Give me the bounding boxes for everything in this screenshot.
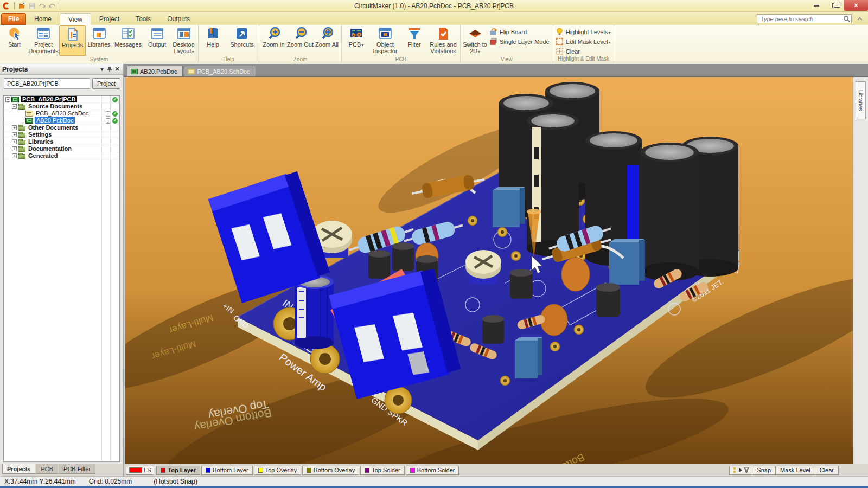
- tree-item-other-documents[interactable]: + Other Documents: [4, 124, 119, 131]
- zoom-out-button[interactable]: Zoom Out: [287, 25, 314, 56]
- project-documents-button[interactable]: Project Documents: [28, 25, 59, 56]
- tree-item-settings[interactable]: + Settings: [4, 131, 119, 138]
- tree-item-pcbdoc[interactable]: AB20.PcbDoc ✓: [4, 117, 119, 124]
- projects-button[interactable]: Projects: [59, 25, 86, 56]
- start-icon: [8, 27, 22, 41]
- search-input[interactable]: [761, 16, 843, 22]
- check-icon: ✓: [112, 111, 118, 117]
- doc-tab-pcbdoc[interactable]: AB20.PcbDoc: [127, 66, 183, 76]
- layer-set-tab[interactable]: LS: [126, 466, 154, 475]
- snap-mode: (Hotspot Snap): [154, 478, 197, 485]
- rules-violations-button[interactable]: Rules and Violations: [427, 25, 459, 56]
- layer-tab-bottom-overlay[interactable]: Bottom Overlay: [302, 466, 359, 475]
- group-label-help: Help: [200, 56, 258, 63]
- projects-icon: [66, 27, 80, 41]
- pcb-3d-viewport[interactable]: Multi-Layer Multi-Layer Top Overlay Bott…: [124, 77, 853, 464]
- panel-pin-icon[interactable]: [106, 66, 113, 73]
- layer-tab-top-overlay[interactable]: Top Overlay: [254, 466, 302, 475]
- project-name-field[interactable]: PCB_AB20.PrjPCB: [4, 78, 90, 89]
- panel-close-icon[interactable]: ✕: [113, 66, 121, 73]
- messages-button[interactable]: Messages: [112, 25, 144, 56]
- expand-icon[interactable]: −: [5, 97, 10, 102]
- pcb-button[interactable]: PCB: [343, 25, 369, 56]
- expand-icon[interactable]: −: [12, 104, 17, 109]
- page-icon: [106, 111, 110, 117]
- panel-tab-bar: Projects PCB PCB Filter: [0, 464, 124, 476]
- highlight-levels-button[interactable]: Highlight Levels: [556, 28, 611, 36]
- panel-tab-pcb[interactable]: PCB: [36, 464, 58, 474]
- flip-board-icon: [489, 28, 497, 36]
- tree-item-source-documents[interactable]: − Source Documents: [4, 103, 119, 110]
- expand-icon[interactable]: +: [12, 132, 17, 137]
- expand-icon[interactable]: +: [12, 153, 17, 158]
- zoom-all-icon: [320, 27, 334, 41]
- zoom-all-button[interactable]: Zoom All: [314, 25, 340, 56]
- clear-mask-button[interactable]: Clear: [556, 47, 611, 55]
- schematic-doc-icon: [25, 111, 33, 117]
- tab-project[interactable]: Project: [91, 13, 127, 25]
- pcb-doc-icon: [25, 118, 33, 124]
- folder-icon: [18, 126, 25, 131]
- single-layer-mode-button[interactable]: Single Layer Mode: [489, 37, 550, 46]
- flip-board-button[interactable]: Flip Board: [489, 28, 550, 36]
- desktop-layout-button[interactable]: Desktop Layout: [170, 25, 197, 56]
- window-controls: ×: [807, 0, 868, 12]
- libraries-button[interactable]: Libraries: [86, 25, 112, 56]
- collapse-ribbon-icon[interactable]: [856, 15, 864, 23]
- pcb-3d-scene: Multi-Layer Multi-Layer Top Overlay Bott…: [125, 77, 853, 464]
- expand-icon[interactable]: +: [12, 139, 17, 144]
- tab-home[interactable]: Home: [26, 13, 60, 25]
- output-button[interactable]: Output: [144, 25, 170, 56]
- shortcuts-button[interactable]: Shorcuts: [226, 25, 258, 56]
- highlight-levels-icon: [556, 28, 564, 36]
- tab-outputs[interactable]: Outputs: [159, 13, 198, 25]
- layer-tab-top-layer[interactable]: Top Layer: [156, 466, 200, 475]
- folder-icon: [18, 133, 25, 138]
- minimize-button[interactable]: [807, 0, 826, 11]
- help-button[interactable]: Help: [200, 25, 226, 56]
- tree-item-generated[interactable]: + Generated: [4, 152, 119, 159]
- check-icon: ✓: [112, 118, 118, 124]
- shortcuts-icon: [235, 27, 249, 41]
- project-dropdown-button[interactable]: Project: [92, 78, 120, 89]
- zoom-in-button[interactable]: Zoom In: [260, 25, 287, 56]
- tree-item-schdoc[interactable]: PCB_AB20.SchDoc ✓: [4, 110, 119, 117]
- tree-item-project-root[interactable]: − PCB_AB20.PrjPCB ✓: [4, 96, 119, 103]
- layer-tab-top-solder[interactable]: Top Solder: [360, 466, 405, 475]
- restore-button[interactable]: [826, 0, 844, 11]
- mask-level-button[interactable]: Mask Level: [776, 466, 815, 475]
- tree-item-documentation[interactable]: + Documentation: [4, 145, 119, 152]
- start-button[interactable]: Start: [1, 25, 28, 56]
- tab-file[interactable]: File: [1, 13, 26, 25]
- tree-item-libraries[interactable]: + Libraries: [4, 138, 119, 145]
- folder-icon: [18, 105, 25, 110]
- doc-tab-schdoc[interactable]: PCB_AB20.SchDoc: [184, 66, 256, 76]
- play-icon: [738, 467, 743, 473]
- page-icon: [106, 118, 110, 124]
- zoom-in-icon: [267, 27, 281, 41]
- tab-view[interactable]: View: [60, 13, 91, 25]
- switch-to-2d-button[interactable]: Switch to 2D: [462, 25, 488, 56]
- snap-button[interactable]: Snap: [752, 466, 776, 475]
- search-icon[interactable]: [843, 15, 850, 22]
- projects-panel-title: Projects: [2, 66, 28, 73]
- layer-options-icons[interactable]: [729, 466, 752, 475]
- close-button[interactable]: ×: [844, 0, 868, 11]
- expand-icon[interactable]: +: [12, 125, 17, 130]
- object-inspector-icon: [378, 27, 392, 41]
- panel-tab-projects[interactable]: Projects: [2, 464, 35, 474]
- filter-button[interactable]: Filter: [401, 25, 427, 56]
- ribbon-group-zoom: Zoom In Zoom Out Zoom All Zoom: [259, 25, 342, 63]
- libraries-side-tab[interactable]: Libraries: [856, 81, 866, 119]
- layer-tab-bottom-solder[interactable]: Bottom Solder: [406, 466, 459, 475]
- panel-tab-pcb-filter[interactable]: PCB Filter: [59, 464, 95, 474]
- panel-menu-icon[interactable]: ▾: [98, 66, 106, 73]
- object-inspector-button[interactable]: Object Inspector: [369, 25, 401, 56]
- tab-tools[interactable]: Tools: [127, 13, 159, 25]
- clear-button[interactable]: Clear: [815, 466, 839, 475]
- funnel-icon: [744, 467, 749, 473]
- top-layer-color: [161, 468, 165, 473]
- expand-icon[interactable]: +: [12, 146, 17, 151]
- layer-tab-bottom-layer[interactable]: Bottom Layer: [201, 466, 252, 475]
- edit-mask-level-button[interactable]: Edit Mask Level: [556, 37, 611, 46]
